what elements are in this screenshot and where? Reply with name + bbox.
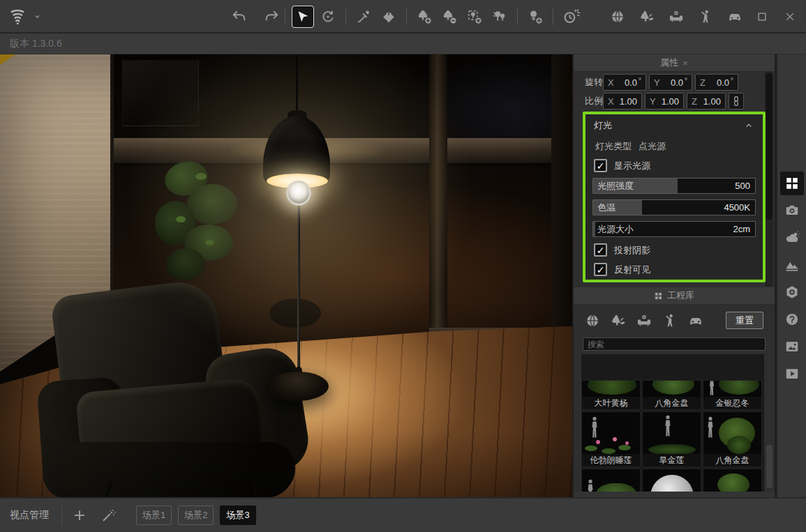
- light-type-row: 灯光类型 点光源: [585, 135, 763, 153]
- lamp-base: [267, 372, 329, 401]
- intensity-value: 500: [735, 181, 755, 191]
- scene-tab-2[interactable]: 场景2: [178, 506, 214, 525]
- paint-bucket-tool-button[interactable]: [378, 6, 399, 27]
- close-button[interactable]: [779, 6, 800, 27]
- plus-icon: [72, 508, 87, 523]
- cast-shadow-checkbox[interactable]: ✓: [594, 243, 607, 257]
- thumbnail-item[interactable]: 伦勃朗睡莲: [581, 411, 641, 467]
- undo-icon: [232, 9, 247, 24]
- library-grid-button[interactable]: [780, 172, 804, 195]
- properties-scrollbar-thumb[interactable]: [766, 73, 773, 220]
- show-source-row: ✓ 显示光源: [585, 153, 763, 172]
- scene-tab-3[interactable]: 场景3: [220, 506, 255, 525]
- thumbnail-item[interactable]: 金银忍冬: [703, 380, 762, 410]
- light-section-header[interactable]: 灯光: [585, 114, 763, 135]
- chevron-up-icon[interactable]: [743, 120, 754, 131]
- help-button[interactable]: [780, 307, 804, 331]
- cast-shadow-label: 投射阴影: [614, 244, 650, 257]
- furniture-library-button[interactable]: [666, 6, 687, 27]
- thumbnail-item[interactable]: 旱金莲: [642, 411, 701, 467]
- library-header[interactable]: 工程库: [574, 287, 775, 305]
- scale-y-field[interactable]: Y 1.00: [645, 93, 684, 109]
- toolbar-separator: [553, 8, 553, 25]
- library-search-input[interactable]: [583, 337, 766, 351]
- link-axes-toggle[interactable]: [729, 93, 744, 109]
- properties-header[interactable]: 属性 ×: [574, 54, 775, 72]
- eyedropper-tool-button[interactable]: [353, 6, 374, 27]
- add-viewpoint-button[interactable]: [68, 503, 91, 527]
- app-logo-menu[interactable]: [7, 6, 28, 27]
- vegetation-category-icon[interactable]: [611, 313, 626, 328]
- render-settings-button[interactable]: [780, 280, 804, 304]
- image-export-button[interactable]: [780, 335, 804, 358]
- camera-button[interactable]: [780, 199, 804, 222]
- rotate-tool-button[interactable]: [318, 6, 338, 27]
- video-export-button[interactable]: [780, 362, 804, 386]
- cloud-sun-icon: [784, 230, 800, 245]
- version-bar: 版本 1.3.0.6: [0, 33, 806, 54]
- vegetation-brush-icon: [492, 9, 507, 24]
- minimize-button[interactable]: [724, 6, 745, 27]
- right-panel: 属性 × 旋转 X 0.0 ° Y 0.0 ° Z 0.0 ° 比例: [574, 54, 775, 497]
- point-light-gizmo[interactable]: [286, 181, 311, 206]
- viewport-corner-flag: [0, 54, 15, 65]
- time-of-day-button[interactable]: [560, 6, 581, 27]
- thumbnail-item-sphere-material[interactable]: [642, 469, 701, 492]
- light-section: 灯光 灯光类型 点光源 ✓ 显示光源 光照强度 500 色温 4500K: [583, 112, 766, 282]
- weather-button[interactable]: [780, 226, 804, 250]
- rotation-row: 旋转 X 0.0 ° Y 0.0 ° Z 0.0 °: [574, 74, 766, 91]
- temperature-value: 4500K: [724, 202, 755, 213]
- scale-x-field[interactable]: X 1.00: [603, 93, 642, 109]
- maximize-button[interactable]: [752, 6, 773, 27]
- properties-scrollbar[interactable]: [765, 72, 773, 287]
- grid-icon: [654, 291, 663, 301]
- viewport-3d-scene[interactable]: [0, 54, 572, 497]
- minimize-icon: [728, 10, 740, 23]
- app-logo-icon: [8, 8, 27, 26]
- scene-tab-1[interactable]: 场景1: [136, 506, 172, 525]
- thumbnail-item-bush[interactable]: [581, 469, 641, 492]
- material-library-button[interactable]: [607, 6, 628, 27]
- scale-person-silhouette: [586, 479, 595, 492]
- light-type-value[interactable]: 点光源: [639, 140, 666, 153]
- terrain-button[interactable]: [780, 253, 804, 277]
- paint-bucket-icon: [381, 9, 396, 24]
- temperature-slider[interactable]: 色温 4500K: [592, 199, 756, 215]
- reflection-visible-checkbox[interactable]: ✓: [594, 263, 607, 276]
- scale-z-field[interactable]: Z 1.00: [687, 93, 726, 109]
- select-tool-button[interactable]: [292, 6, 313, 27]
- scatter-vegetation-button[interactable]: [464, 6, 485, 27]
- globe-icon: [610, 9, 625, 24]
- library-scrollbar-thumb[interactable]: [766, 445, 773, 488]
- redo-button[interactable]: [261, 6, 282, 27]
- thumbnail-item[interactable]: 八角金盘: [642, 380, 701, 410]
- thumbnail-item-tree[interactable]: [703, 469, 762, 492]
- source-size-field[interactable]: 光源大小 2cm: [592, 221, 756, 237]
- vegetation-library-button[interactable]: [636, 6, 657, 27]
- rotation-z-field[interactable]: Z 0.0 °: [695, 74, 738, 91]
- vehicle-category-icon[interactable]: [688, 313, 703, 328]
- thumbnail-item[interactable]: 大叶黄杨: [581, 380, 641, 410]
- character-category-icon[interactable]: [662, 313, 678, 328]
- show-source-checkbox[interactable]: ✓: [594, 159, 607, 172]
- thumbnail-item[interactable]: 八角金盘: [703, 411, 762, 467]
- add-vegetation-button[interactable]: [414, 6, 435, 27]
- rotation-x-field[interactable]: X 0.0 °: [603, 74, 646, 91]
- lamp-pole: [297, 204, 300, 375]
- reset-button[interactable]: 重置: [726, 312, 763, 329]
- rotation-y-field[interactable]: Y 0.0 °: [649, 74, 692, 91]
- bottom-bar: 视点管理 场景1 场景2 场景3: [0, 497, 806, 532]
- material-category-icon[interactable]: [585, 313, 600, 328]
- intensity-slider[interactable]: 光照强度 500: [592, 178, 756, 194]
- brush-vegetation-button[interactable]: [489, 6, 510, 27]
- magic-wand-button[interactable]: [97, 503, 121, 527]
- window-mullion: [551, 54, 572, 335]
- add-light-button[interactable]: [525, 6, 546, 27]
- furniture-category-icon[interactable]: [636, 313, 652, 328]
- viewpoint-management-label[interactable]: 视点管理: [0, 509, 61, 522]
- character-library-button[interactable]: [695, 6, 716, 27]
- undo-button[interactable]: [229, 6, 250, 27]
- properties-close-icon[interactable]: ×: [682, 58, 688, 68]
- chevron-down-icon[interactable]: [33, 12, 42, 21]
- remove-vegetation-button[interactable]: [439, 6, 460, 27]
